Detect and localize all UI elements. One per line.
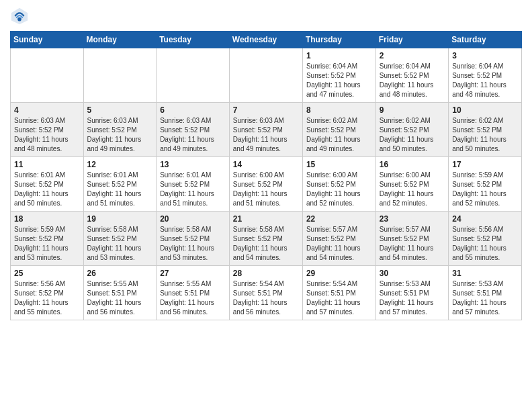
day-info: Sunrise: 5:53 AM Sunset: 5:51 PM Dayligh… <box>452 279 518 317</box>
calendar-cell: 19Sunrise: 5:58 AM Sunset: 5:52 PM Dayli… <box>83 212 157 266</box>
day-info: Sunrise: 5:56 AM Sunset: 5:52 PM Dayligh… <box>452 225 518 263</box>
day-info: Sunrise: 5:54 AM Sunset: 5:51 PM Dayligh… <box>306 279 372 317</box>
day-number: 15 <box>306 160 372 169</box>
calendar-cell: 7Sunrise: 6:03 AM Sunset: 5:52 PM Daylig… <box>229 103 302 157</box>
day-number: 17 <box>452 160 518 169</box>
day-number: 4 <box>14 105 80 115</box>
calendar-cell: 28Sunrise: 5:54 AM Sunset: 5:51 PM Dayli… <box>229 266 302 320</box>
day-info: Sunrise: 5:54 AM Sunset: 5:51 PM Dayligh… <box>233 279 299 317</box>
day-number: 9 <box>380 105 445 115</box>
calendar-cell: 5Sunrise: 6:03 AM Sunset: 5:52 PM Daylig… <box>83 103 157 157</box>
day-number: 22 <box>306 214 372 224</box>
day-info: Sunrise: 6:03 AM Sunset: 5:52 PM Dayligh… <box>87 116 153 154</box>
day-number: 11 <box>14 160 80 169</box>
day-number: 16 <box>380 160 445 169</box>
calendar-cell: 12Sunrise: 6:01 AM Sunset: 5:52 PM Dayli… <box>83 157 157 212</box>
calendar-cell: 23Sunrise: 5:57 AM Sunset: 5:52 PM Dayli… <box>375 212 448 266</box>
day-header-sunday: Sunday <box>11 32 84 48</box>
day-number: 7 <box>233 105 299 115</box>
calendar-cell: 27Sunrise: 5:55 AM Sunset: 5:51 PM Dayli… <box>157 266 230 320</box>
day-number: 14 <box>233 160 299 169</box>
day-header-tuesday: Tuesday <box>157 32 230 48</box>
day-info: Sunrise: 5:57 AM Sunset: 5:52 PM Dayligh… <box>380 225 445 263</box>
calendar-cell: 29Sunrise: 5:54 AM Sunset: 5:51 PM Dayli… <box>302 266 375 320</box>
calendar-cell: 4Sunrise: 6:03 AM Sunset: 5:52 PM Daylig… <box>11 103 84 157</box>
day-number: 18 <box>14 214 80 224</box>
calendar-cell <box>83 48 157 103</box>
day-info: Sunrise: 6:02 AM Sunset: 5:52 PM Dayligh… <box>380 116 445 154</box>
calendar-cell: 24Sunrise: 5:56 AM Sunset: 5:52 PM Dayli… <box>449 212 522 266</box>
day-number: 27 <box>160 269 226 278</box>
day-number: 23 <box>380 214 445 224</box>
calendar-cell: 25Sunrise: 5:56 AM Sunset: 5:52 PM Dayli… <box>11 266 84 320</box>
day-info: Sunrise: 5:58 AM Sunset: 5:52 PM Dayligh… <box>160 225 226 263</box>
day-number: 25 <box>14 269 80 278</box>
calendar-week-3: 11Sunrise: 6:01 AM Sunset: 5:52 PM Dayli… <box>11 157 522 212</box>
day-info: Sunrise: 6:01 AM Sunset: 5:52 PM Dayligh… <box>14 171 80 208</box>
day-info: Sunrise: 6:03 AM Sunset: 5:52 PM Dayligh… <box>14 116 80 154</box>
calendar-table: SundayMondayTuesdayWednesdayThursdayFrid… <box>10 31 522 320</box>
day-info: Sunrise: 5:53 AM Sunset: 5:51 PM Dayligh… <box>380 279 445 317</box>
day-info: Sunrise: 6:02 AM Sunset: 5:52 PM Dayligh… <box>452 116 518 154</box>
calendar-cell: 31Sunrise: 5:53 AM Sunset: 5:51 PM Dayli… <box>449 266 522 320</box>
day-number: 12 <box>87 160 153 169</box>
calendar-cell: 9Sunrise: 6:02 AM Sunset: 5:52 PM Daylig… <box>375 103 448 157</box>
day-info: Sunrise: 5:56 AM Sunset: 5:52 PM Dayligh… <box>14 279 80 317</box>
page-header <box>10 7 522 26</box>
calendar-cell: 15Sunrise: 6:00 AM Sunset: 5:52 PM Dayli… <box>302 157 375 212</box>
day-info: Sunrise: 6:04 AM Sunset: 5:52 PM Dayligh… <box>306 62 372 99</box>
day-number: 21 <box>233 214 299 224</box>
day-number: 2 <box>380 51 445 60</box>
calendar-cell: 11Sunrise: 6:01 AM Sunset: 5:52 PM Dayli… <box>11 157 84 212</box>
day-number: 10 <box>452 105 518 115</box>
calendar-cell <box>11 48 84 103</box>
day-header-thursday: Thursday <box>302 32 375 48</box>
svg-point-1 <box>17 17 21 21</box>
day-info: Sunrise: 6:04 AM Sunset: 5:52 PM Dayligh… <box>452 62 518 99</box>
day-info: Sunrise: 6:04 AM Sunset: 5:52 PM Dayligh… <box>380 62 445 99</box>
day-info: Sunrise: 6:01 AM Sunset: 5:52 PM Dayligh… <box>160 171 226 208</box>
day-number: 1 <box>306 51 372 60</box>
calendar-cell <box>229 48 302 103</box>
day-info: Sunrise: 6:00 AM Sunset: 5:52 PM Dayligh… <box>233 171 299 208</box>
day-info: Sunrise: 5:58 AM Sunset: 5:52 PM Dayligh… <box>233 225 299 263</box>
logo <box>10 7 32 26</box>
day-info: Sunrise: 6:03 AM Sunset: 5:52 PM Dayligh… <box>160 116 226 154</box>
calendar-week-2: 4Sunrise: 6:03 AM Sunset: 5:52 PM Daylig… <box>11 103 522 157</box>
calendar-cell: 14Sunrise: 6:00 AM Sunset: 5:52 PM Dayli… <box>229 157 302 212</box>
day-info: Sunrise: 6:02 AM Sunset: 5:52 PM Dayligh… <box>306 116 372 154</box>
day-info: Sunrise: 5:58 AM Sunset: 5:52 PM Dayligh… <box>87 225 153 263</box>
day-number: 31 <box>452 269 518 278</box>
day-number: 29 <box>306 269 372 278</box>
day-info: Sunrise: 6:01 AM Sunset: 5:52 PM Dayligh… <box>87 171 153 208</box>
day-number: 20 <box>160 214 226 224</box>
calendar-cell <box>157 48 230 103</box>
day-number: 26 <box>87 269 153 278</box>
day-number: 28 <box>233 269 299 278</box>
calendar-cell: 26Sunrise: 5:55 AM Sunset: 5:51 PM Dayli… <box>83 266 157 320</box>
day-info: Sunrise: 6:00 AM Sunset: 5:52 PM Dayligh… <box>380 171 445 208</box>
day-header-wednesday: Wednesday <box>229 32 302 48</box>
day-info: Sunrise: 5:55 AM Sunset: 5:51 PM Dayligh… <box>160 279 226 317</box>
calendar-cell: 8Sunrise: 6:02 AM Sunset: 5:52 PM Daylig… <box>302 103 375 157</box>
day-info: Sunrise: 6:03 AM Sunset: 5:52 PM Dayligh… <box>233 116 299 154</box>
calendar-cell: 20Sunrise: 5:58 AM Sunset: 5:52 PM Dayli… <box>157 212 230 266</box>
logo-icon <box>10 7 29 26</box>
calendar-cell: 13Sunrise: 6:01 AM Sunset: 5:52 PM Dayli… <box>157 157 230 212</box>
calendar-cell: 22Sunrise: 5:57 AM Sunset: 5:52 PM Dayli… <box>302 212 375 266</box>
day-number: 3 <box>452 51 518 60</box>
day-header-saturday: Saturday <box>449 32 522 48</box>
day-info: Sunrise: 5:57 AM Sunset: 5:52 PM Dayligh… <box>306 225 372 263</box>
calendar-week-1: 1Sunrise: 6:04 AM Sunset: 5:52 PM Daylig… <box>11 48 522 103</box>
calendar-page: SundayMondayTuesdayWednesdayThursdayFrid… <box>0 0 532 411</box>
day-info: Sunrise: 5:59 AM Sunset: 5:52 PM Dayligh… <box>452 171 518 208</box>
day-number: 13 <box>160 160 226 169</box>
calendar-cell: 16Sunrise: 6:00 AM Sunset: 5:52 PM Dayli… <box>375 157 448 212</box>
calendar-cell: 21Sunrise: 5:58 AM Sunset: 5:52 PM Dayli… <box>229 212 302 266</box>
calendar-cell: 30Sunrise: 5:53 AM Sunset: 5:51 PM Dayli… <box>375 266 448 320</box>
calendar-week-4: 18Sunrise: 5:59 AM Sunset: 5:52 PM Dayli… <box>11 212 522 266</box>
calendar-cell: 17Sunrise: 5:59 AM Sunset: 5:52 PM Dayli… <box>449 157 522 212</box>
day-number: 8 <box>306 105 372 115</box>
calendar-cell: 18Sunrise: 5:59 AM Sunset: 5:52 PM Dayli… <box>11 212 84 266</box>
day-header-monday: Monday <box>83 32 157 48</box>
